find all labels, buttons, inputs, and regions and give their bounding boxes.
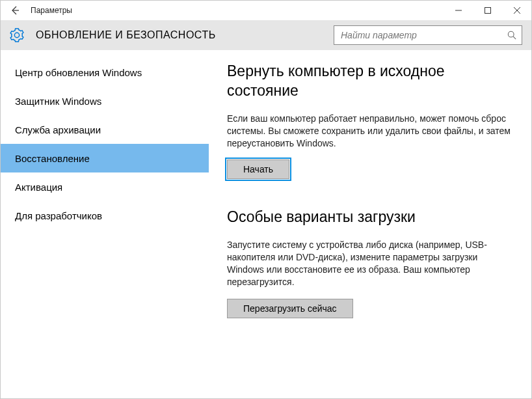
- back-button[interactable]: [1, 1, 29, 20]
- sidebar-item-label: Центр обновления Windows: [15, 67, 142, 78]
- sidebar-item-label: Защитник Windows: [15, 96, 101, 107]
- close-button[interactable]: [502, 1, 531, 20]
- sidebar-item-defender[interactable]: Защитник Windows: [1, 87, 209, 115]
- minimize-button[interactable]: [444, 1, 473, 20]
- sidebar-item-label: Для разработчиков: [15, 210, 102, 221]
- maximize-icon: [485, 7, 491, 14]
- titlebar: Параметры: [1, 1, 531, 20]
- page-title: ОБНОВЛЕНИЕ И БЕЗОПАСНОСТЬ: [36, 29, 216, 41]
- window-controls: [444, 1, 531, 20]
- sidebar-item-label: Служба архивации: [15, 124, 101, 135]
- section-advanced-startup: Особые варианты загрузки Запустите систе…: [227, 208, 516, 318]
- search-box[interactable]: [334, 25, 522, 45]
- sidebar-item-windows-update[interactable]: Центр обновления Windows: [1, 58, 209, 87]
- sidebar-item-activation[interactable]: Активация: [1, 172, 209, 201]
- svg-point-1: [508, 31, 514, 37]
- header: ОБНОВЛЕНИЕ И БЕЗОПАСНОСТЬ: [1, 20, 531, 50]
- svg-rect-0: [485, 8, 490, 14]
- restart-now-button[interactable]: Перезагрузить сейчас: [227, 299, 353, 318]
- body: Центр обновления Windows Защитник Window…: [1, 50, 531, 398]
- search-input[interactable]: [339, 29, 507, 41]
- window-title: Параметры: [31, 6, 444, 15]
- sidebar: Центр обновления Windows Защитник Window…: [1, 50, 209, 398]
- sidebar-item-label: Активация: [15, 182, 62, 193]
- section-advanced-text: Запустите систему с устройства либо диск…: [227, 239, 516, 288]
- sidebar-item-recovery[interactable]: Восстановление: [1, 144, 209, 172]
- section-reset: Вернуть компьютер в исходное состояние Е…: [227, 62, 516, 179]
- sidebar-item-developers[interactable]: Для разработчиков: [1, 201, 209, 230]
- sidebar-item-label: Восстановление: [15, 153, 90, 164]
- section-reset-text: Если ваш компьютер работает неправильно,…: [227, 113, 516, 150]
- gear-icon: [10, 28, 24, 42]
- maximize-button[interactable]: [473, 1, 502, 20]
- content: Вернуть компьютер в исходное состояние Е…: [209, 50, 531, 398]
- search-icon: [507, 31, 516, 40]
- reset-start-button[interactable]: Начать: [227, 159, 289, 179]
- arrow-left-icon: [10, 5, 20, 16]
- sidebar-item-backup[interactable]: Служба архивации: [1, 115, 209, 144]
- close-icon: [514, 7, 520, 14]
- section-advanced-title: Особые варианты загрузки: [227, 208, 516, 227]
- minimize-icon: [455, 7, 462, 14]
- section-reset-title: Вернуть компьютер в исходное состояние: [227, 62, 516, 101]
